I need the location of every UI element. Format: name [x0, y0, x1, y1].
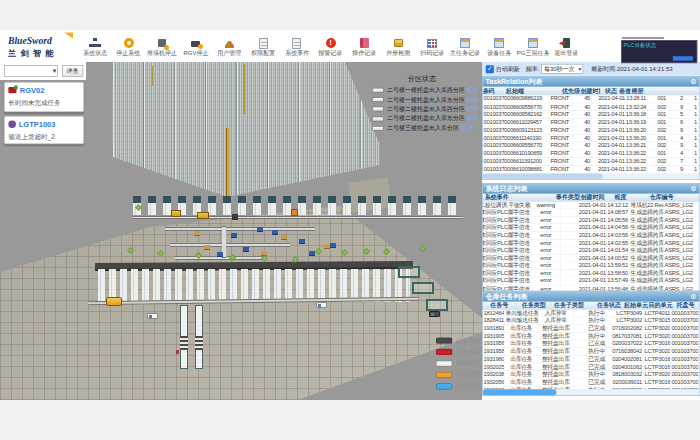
- table-row[interactable]: 1932025出库任务整托盘出库已完成0204001062LCTP3016001…: [483, 363, 700, 371]
- zone-disable-link[interactable]: 禁用: [466, 105, 478, 113]
- legend-swatch: [436, 383, 452, 389]
- column-header[interactable]: 仓库编号: [650, 194, 675, 201]
- logo-triangle-icon: [64, 33, 73, 39]
- zone-disable-link[interactable]: 禁用: [466, 86, 478, 94]
- zone-row: 二号楼一楼托盘出入库西分区 禁用: [372, 85, 482, 95]
- toolbar-button[interactable]: 权限配置: [246, 37, 280, 63]
- device-search-combobox[interactable]: [4, 65, 58, 77]
- column-header[interactable]: 程度: [615, 194, 650, 201]
- table-row[interactable]: 00100370006609582162FRONT402021-04-01 13…: [483, 111, 700, 119]
- zone-checkbox[interactable]: [372, 97, 384, 102]
- alert-message: 输送上货超时_2: [9, 132, 80, 141]
- table-row[interactable]: 1932056出库任务整托盘出库已完成0200039011LCTP3016001…: [483, 379, 700, 387]
- table-row[interactable]: 未回应PLC握手信道error2021-04-01 13:58:50生成选择跨库…: [483, 270, 700, 278]
- toolbar-button[interactable]: 外形检测: [381, 37, 415, 63]
- table-row[interactable]: 未回应PLC握手信道error2021-04-01 13:57:49生成选择跨库…: [483, 278, 700, 286]
- table-row[interactable]: 未回应PLC握手信道error2021-04-01 13:59:51生成选择跨库…: [483, 262, 700, 270]
- column-header[interactable]: 优先级: [525, 87, 581, 95]
- table-row[interactable]: 未回应PLC握手信道error2021-04-01 14:08:57生成选择跨库…: [483, 209, 700, 217]
- column-header[interactable]: 任务号: [483, 302, 517, 309]
- table-row[interactable]: 00100370006610190659FRONT402021-04-01 13…: [483, 150, 700, 158]
- horizontal-scrollbar[interactable]: [483, 173, 700, 179]
- table-row[interactable]: 00100370006609123123FRONT402021-04-01 13…: [483, 127, 700, 135]
- column-header[interactable]: 目的单元: [649, 302, 677, 309]
- column-header[interactable]: 任务状态: [585, 302, 622, 309]
- column-header[interactable]: 起始单元: [622, 302, 649, 309]
- table-row[interactable]: 1812464单向输送任务入库异常执行中LCTP3049LCTP40110010…: [483, 310, 700, 318]
- table-row[interactable]: 1828411单向输送任务入库异常执行中LCTP3002LCTP30150010…: [483, 317, 700, 325]
- frequency-select[interactable]: 每30秒一次: [541, 64, 583, 74]
- column-header[interactable]: 巷道: [618, 87, 632, 95]
- column-header[interactable]: 条码: [483, 87, 506, 95]
- table-row[interactable]: 未回应PLC握手信道error2021-04-01 14:03:56生成选择跨库…: [483, 232, 700, 240]
- scrollbar-thumb[interactable]: [483, 173, 603, 179]
- toolbar-button[interactable]: 扫码记录: [415, 37, 449, 63]
- toolbar-button[interactable]: 用户管理: [213, 37, 247, 63]
- toolbar-button[interactable]: 停止系统: [112, 37, 146, 63]
- table-row[interactable]: 未回应PLC握手信道error2021-04-01 14:01:54生成选择跨库…: [483, 247, 700, 255]
- mini-window-button[interactable]: [673, 57, 693, 61]
- toolbar-button[interactable]: PG三层任务: [516, 37, 550, 63]
- toolbar-icon: [190, 37, 202, 49]
- table-row[interactable]: 1931980出库任务整托盘出库已完成0204002081LCTP3016001…: [483, 356, 700, 364]
- table-row[interactable]: 未回应PLC握手信道error2021-04-01 14:04:56生成选择跨库…: [483, 224, 700, 232]
- table-row[interactable]: 00100370006611029457FRONT402021-04-01 13…: [483, 119, 700, 127]
- zone-row: 二号楼一楼托盘出入库东分区 禁用: [372, 95, 482, 105]
- zone-disable-link[interactable]: 禁用: [460, 124, 472, 132]
- toolbar-button[interactable]: 系统事件: [280, 37, 314, 63]
- plc-status-mini-window[interactable]: PLC设备状态: [621, 40, 697, 63]
- auto-refresh-checkbox[interactable]: ✓: [486, 65, 494, 73]
- frequency-label: 频率:: [526, 65, 540, 73]
- table-row[interactable]: 1931958出库任务整托盘出库执行中0716038042LCTP3020001…: [483, 348, 700, 356]
- column-header[interactable]: 系统事件: [483, 194, 512, 201]
- column-header[interactable]: 托盘号: [677, 302, 696, 309]
- alert-card[interactable]: LGTP1003 输送上货超时_2: [4, 116, 84, 144]
- column-header[interactable]: 楼层: [632, 87, 645, 95]
- toolbar-button[interactable]: 操作记录: [348, 37, 382, 63]
- conveyor-strip: [165, 227, 315, 231]
- column-header[interactable]: 起始端: [506, 87, 525, 95]
- gear-icon[interactable]: ⚙: [690, 292, 696, 302]
- zone-disable-link[interactable]: 禁用: [466, 115, 478, 123]
- latest-time: 最新时间:2021-04-01 14:21:53: [591, 65, 672, 73]
- toolbar-button[interactable]: 堆垛机停止: [145, 37, 179, 63]
- table-row[interactable]: 1931956出库任务整托盘出库已完成0200037022LCTP3016001…: [483, 340, 700, 348]
- table-row[interactable]: 1931905出库任务整托盘出库执行中0817037081LCTP3020001…: [483, 333, 700, 341]
- table-row[interactable]: 未回应PLC握手信道error2021-04-01 14:00:52生成选择跨库…: [483, 255, 700, 263]
- table-row[interactable]: 2#七层穿梭车超位调误,平衡失败warning2021-04-01 14:12:…: [483, 202, 700, 210]
- zone-checkbox[interactable]: [372, 116, 384, 121]
- table-row[interactable]: 00100370006609556770FRONT402021-04-01 13…: [483, 142, 700, 150]
- table-row[interactable]: 1932038出库任务整托盘出库执行中0818003032LCTP3020001…: [483, 371, 700, 379]
- toolbar-button[interactable]: 系统状态: [78, 37, 112, 63]
- toolbar-button[interactable]: ! 报警记录: [314, 37, 348, 63]
- table-row[interactable]: 00100370006609556770FRONT402021-04-01 13…: [483, 103, 700, 111]
- gear-icon[interactable]: ⚙: [690, 184, 696, 194]
- gear-icon[interactable]: ⚙: [690, 77, 696, 87]
- column-header[interactable]: 事件类型: [512, 194, 581, 201]
- column-header[interactable]: 状态: [601, 87, 618, 95]
- toolbar-button[interactable]: 主任务记录: [449, 37, 483, 63]
- toolbar-button[interactable]: RGV停止: [179, 37, 213, 63]
- zone-checkbox[interactable]: [372, 107, 384, 112]
- toolbar-button[interactable]: 退出登录: [550, 37, 584, 63]
- toolbar-button[interactable]: 设备任务: [482, 37, 516, 63]
- query-button[interactable]: 详查: [62, 65, 83, 77]
- table-row[interactable]: 1931891出库任务整托盘出库已完成0716002082LCTP3020001…: [483, 325, 700, 333]
- horizontal-scrollbar[interactable]: [483, 389, 700, 395]
- table-row[interactable]: 00100370006609886219FRONT452021-04-01 13…: [483, 96, 700, 104]
- column-header[interactable]: 任务子类型: [552, 302, 585, 309]
- table-row[interactable]: 00100370006611140190FRONT402021-04-01 13…: [483, 135, 700, 143]
- table-row[interactable]: 未回应PLC握手信道error2021-04-01 14:05:56生成选择跨库…: [483, 217, 700, 225]
- table-row[interactable]: 00100370006611391200FRONT402021-04-01 13…: [483, 158, 700, 166]
- toolbar-icon: [459, 37, 471, 49]
- column-header[interactable]: 任务类型: [517, 302, 552, 309]
- column-header[interactable]: 创建时间: [581, 87, 601, 95]
- warehouse-3d-view[interactable]: 详查 RGV02 长时间未完成任务 LGTP1003 输送上货超时_2 分区状态: [0, 62, 482, 400]
- table-row[interactable]: 未回应PLC握手信道error2021-04-01 14:02:55生成选择跨库…: [483, 240, 700, 248]
- column-header[interactable]: 创建时间: [581, 194, 615, 201]
- zone-checkbox[interactable]: [372, 88, 384, 93]
- alert-card[interactable]: RGV02 长时间未完成任务: [4, 82, 84, 112]
- scrollbar-thumb[interactable]: [483, 389, 557, 395]
- zone-checkbox[interactable]: [372, 126, 384, 131]
- zone-disable-link[interactable]: 禁用: [466, 96, 478, 104]
